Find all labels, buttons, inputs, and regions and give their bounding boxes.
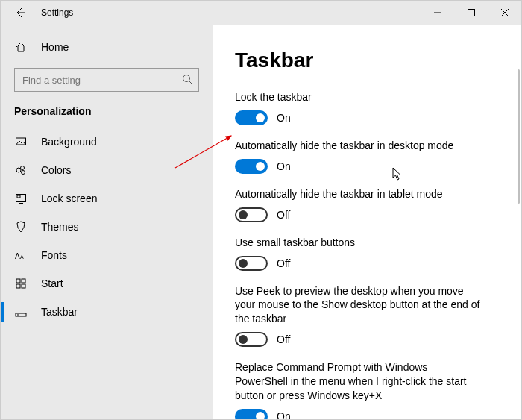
- window-title: Settings: [41, 7, 73, 18]
- toggle-switch[interactable]: [235, 409, 268, 419]
- toggle-state-label: Off: [277, 333, 290, 345]
- setting-label: Replace Command Prompt with Windows Powe…: [235, 360, 481, 403]
- svg-text:A: A: [15, 252, 20, 260]
- svg-text:A: A: [20, 254, 24, 260]
- svg-rect-10: [16, 279, 20, 283]
- sidebar-item-fonts[interactable]: AAFonts: [1, 241, 213, 269]
- svg-point-4: [21, 166, 25, 170]
- setting-row: Use small taskbar buttonsOff: [235, 236, 499, 271]
- nav-label: Start: [41, 278, 63, 289]
- nav-label: Taskbar: [41, 306, 78, 318]
- setting-row: Lock the taskbarOn: [235, 90, 499, 125]
- nav-icon: [14, 278, 28, 289]
- svg-point-1: [183, 75, 190, 82]
- nav-icon: [14, 164, 28, 176]
- sidebar-item-taskbar[interactable]: Taskbar: [1, 298, 213, 326]
- category-title: Personalization: [1, 105, 213, 128]
- setting-label: Use Peek to preview the desktop when you…: [235, 284, 481, 327]
- toggle-switch[interactable]: [235, 159, 268, 174]
- svg-point-3: [16, 168, 21, 172]
- setting-row: Use Peek to preview the desktop when you…: [235, 284, 499, 348]
- nav-icon: [14, 221, 28, 233]
- nav-label: Themes: [41, 221, 79, 233]
- main-panel: Taskbar Lock the taskbarOnAutomatically …: [213, 25, 521, 419]
- back-icon[interactable]: [14, 7, 26, 19]
- nav-label: Colors: [41, 164, 71, 176]
- sidebar-item-start[interactable]: Start: [1, 269, 213, 298]
- close-button[interactable]: [488, 1, 521, 25]
- setting-row: Automatically hide the taskbar in deskto…: [235, 139, 499, 174]
- toggle-switch[interactable]: [235, 207, 268, 222]
- scrollbar-thumb[interactable]: [518, 69, 520, 204]
- settings-list: Lock the taskbarOnAutomatically hide the…: [235, 90, 521, 419]
- nav-icon: [14, 192, 28, 204]
- svg-rect-7: [17, 195, 20, 198]
- search-icon: [182, 74, 192, 84]
- nav-icon: AA: [14, 249, 28, 261]
- toggle-state-label: On: [277, 410, 291, 419]
- home-label: Home: [41, 41, 69, 53]
- toggle-state-label: On: [277, 112, 291, 124]
- sidebar-home[interactable]: Home: [1, 35, 213, 59]
- page-title: Taskbar: [235, 48, 521, 72]
- home-icon: [14, 41, 28, 53]
- sidebar-item-background[interactable]: Background: [1, 128, 213, 156]
- toggle-switch[interactable]: [235, 256, 268, 271]
- maximize-button[interactable]: [454, 1, 488, 25]
- settings-window: Settings Home: [0, 0, 522, 420]
- setting-label: Use small taskbar buttons: [235, 236, 481, 250]
- nav-icon: [14, 306, 28, 318]
- setting-row: Replace Command Prompt with Windows Powe…: [235, 360, 499, 419]
- setting-label: Automatically hide the taskbar in deskto…: [235, 139, 481, 153]
- svg-rect-0: [468, 10, 474, 16]
- nav-icon: [14, 136, 28, 148]
- setting-label: Automatically hide the taskbar in tablet…: [235, 187, 481, 201]
- sidebar: Home Personalization BackgroundColorsLoc…: [1, 25, 213, 419]
- minimize-button[interactable]: [421, 1, 454, 25]
- sidebar-item-lock-screen[interactable]: Lock screen: [1, 184, 213, 213]
- svg-rect-11: [22, 279, 25, 283]
- svg-point-5: [22, 171, 25, 175]
- svg-rect-2: [16, 138, 26, 145]
- nav-label: Lock screen: [41, 192, 97, 204]
- search-input[interactable]: [14, 68, 199, 92]
- sidebar-nav: BackgroundColorsLock screenThemesAAFonts…: [1, 128, 213, 326]
- nav-label: Background: [41, 136, 97, 148]
- nav-label: Fonts: [41, 249, 67, 261]
- setting-label: Lock the taskbar: [235, 90, 481, 104]
- toggle-switch[interactable]: [235, 332, 268, 347]
- sidebar-item-colors[interactable]: Colors: [1, 156, 213, 184]
- toggle-state-label: On: [277, 160, 291, 172]
- svg-rect-13: [22, 284, 25, 288]
- setting-row: Automatically hide the taskbar in tablet…: [235, 187, 499, 222]
- svg-rect-12: [16, 284, 20, 288]
- sidebar-item-themes[interactable]: Themes: [1, 213, 213, 241]
- titlebar: Settings: [1, 1, 521, 25]
- toggle-switch[interactable]: [235, 110, 268, 125]
- toggle-state-label: Off: [277, 209, 290, 221]
- svg-rect-15: [17, 315, 19, 316]
- toggle-state-label: Off: [277, 257, 290, 269]
